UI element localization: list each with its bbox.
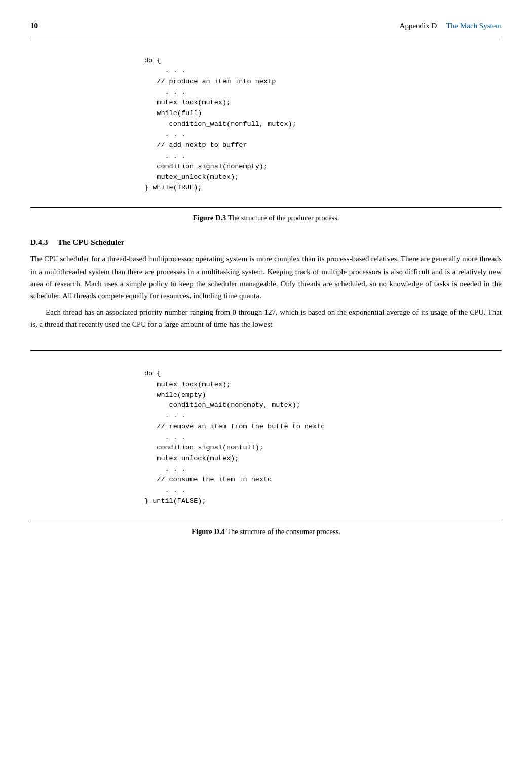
section-d43-paragraph2: Each thread has an associated priority n… xyxy=(30,306,502,331)
top-divider xyxy=(30,37,502,37)
figure-d4-caption-text: The structure of the consumer process. xyxy=(226,527,340,536)
cpu-span-2: CPU xyxy=(470,309,483,316)
page: 10 Appendix D The Mach System do { . . .… xyxy=(0,0,532,760)
figure-d3-code: do { . . . // produce an item into nextp… xyxy=(144,56,388,194)
appendix-label: Appendix D xyxy=(400,22,437,30)
figure-d4-bottom-divider xyxy=(30,521,502,521)
figure-d3-caption-text: The structure of the producer process. xyxy=(228,214,339,222)
figure-d4-top-divider xyxy=(30,350,502,351)
section-d43-num: D.4.3 xyxy=(30,238,48,246)
figure-d4-caption: Figure D.4 The structure of the consumer… xyxy=(30,526,502,538)
cpu-span-1: CPU xyxy=(44,255,58,263)
figure-d4-label: Figure D.4 xyxy=(192,527,225,536)
figure-d3-code-box: do { . . . // produce an item into nextp… xyxy=(129,47,403,203)
section-d43-paragraph1: The CPU scheduler for a thread-based mul… xyxy=(30,253,502,301)
section-d43-body: The CPU scheduler for a thread-based mul… xyxy=(30,253,502,330)
figure-d3-caption: Figure D.3 The structure of the producer… xyxy=(30,213,502,224)
figure-d3-bottom-divider xyxy=(30,207,502,208)
figure-d4-code-box: do { mutex⁠_⁠lock(mutex); while(empty) c… xyxy=(129,360,403,516)
figure-d4-code: do { mutex⁠_⁠lock(mutex); while(empty) c… xyxy=(144,369,388,507)
chapter-label: Appendix D The Mach System xyxy=(400,20,502,32)
cpu-span-3: CPU xyxy=(132,321,146,328)
page-header: 10 Appendix D The Mach System xyxy=(30,20,502,32)
section-d43-title: The CPU Scheduler xyxy=(58,238,125,246)
figure-d3-label: Figure D.3 xyxy=(193,214,226,222)
chapter-title: The Mach System xyxy=(446,22,502,30)
section-d43-heading: D.4.3 The CPU Scheduler xyxy=(30,236,502,248)
page-number: 10 xyxy=(30,20,38,32)
